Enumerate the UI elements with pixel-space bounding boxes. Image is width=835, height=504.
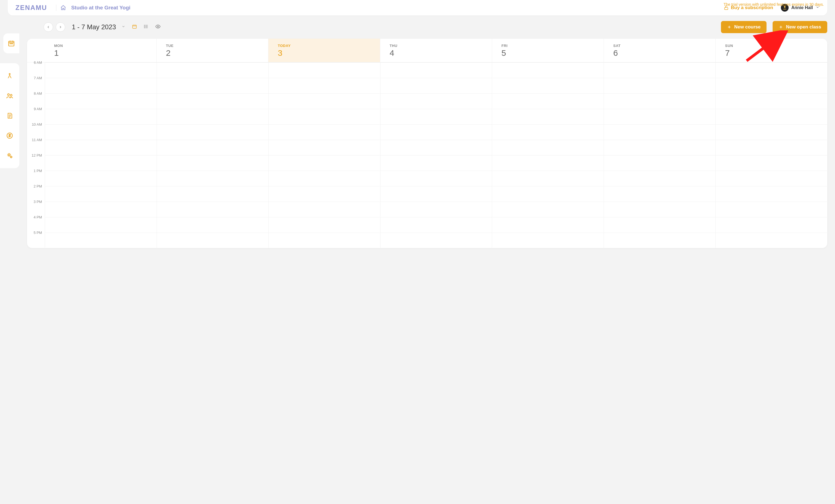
calendar-cell[interactable] xyxy=(492,155,604,171)
calendar-column[interactable] xyxy=(604,62,715,248)
calendar-cell[interactable] xyxy=(45,233,157,248)
calendar-cell[interactable] xyxy=(381,155,492,171)
day-header[interactable]: TUE2 xyxy=(156,39,268,62)
calendar-cell[interactable] xyxy=(492,171,604,186)
calendar-cell[interactable] xyxy=(157,171,268,186)
calendar-cell[interactable] xyxy=(157,202,268,217)
calendar-cell[interactable] xyxy=(269,155,380,171)
sidebar-item-calendar[interactable] xyxy=(3,34,19,53)
day-header[interactable]: TODAY3 xyxy=(268,39,380,62)
calendar-cell[interactable] xyxy=(381,93,492,109)
calendar-cell[interactable] xyxy=(269,124,380,140)
calendar-cell[interactable] xyxy=(716,78,827,93)
calendar-cell[interactable] xyxy=(604,171,715,186)
sidebar-item-settings[interactable] xyxy=(5,150,15,160)
calendar-cell[interactable] xyxy=(157,78,268,93)
calendar-cell[interactable] xyxy=(604,62,715,78)
calendar-cell[interactable] xyxy=(157,217,268,233)
calendar-cell[interactable] xyxy=(269,140,380,155)
calendar-cell[interactable] xyxy=(492,109,604,124)
calendar-cell[interactable] xyxy=(45,186,157,202)
new-open-class-button[interactable]: New open class xyxy=(773,21,827,33)
calendar-cell[interactable] xyxy=(381,217,492,233)
sidebar-item-people[interactable] xyxy=(5,91,15,101)
calendar-cell[interactable] xyxy=(45,93,157,109)
calendar-cell[interactable] xyxy=(157,140,268,155)
calendar-column[interactable] xyxy=(380,62,492,248)
calendar-column[interactable] xyxy=(492,62,604,248)
calendar-cell[interactable] xyxy=(716,62,827,78)
calendar-cell[interactable] xyxy=(381,140,492,155)
calendar-cell[interactable] xyxy=(45,155,157,171)
sidebar-item-yoga[interactable] xyxy=(5,71,15,81)
calendar-cell[interactable] xyxy=(45,171,157,186)
calendar-cell[interactable] xyxy=(269,62,380,78)
calendar-cell[interactable] xyxy=(157,186,268,202)
calendar-cell[interactable] xyxy=(381,124,492,140)
calendar-cell[interactable] xyxy=(492,140,604,155)
list-view-button[interactable] xyxy=(144,24,148,31)
calendar-cell[interactable] xyxy=(604,140,715,155)
calendar-cell[interactable] xyxy=(716,171,827,186)
calendar-cell[interactable] xyxy=(45,217,157,233)
calendar-cell[interactable] xyxy=(45,124,157,140)
calendar-cell[interactable] xyxy=(269,202,380,217)
day-header[interactable]: MON1 xyxy=(45,39,156,62)
calendar-column[interactable] xyxy=(715,62,827,248)
calendar-cell[interactable] xyxy=(269,78,380,93)
calendar-cell[interactable] xyxy=(45,140,157,155)
calendar-cell[interactable] xyxy=(157,93,268,109)
calendar-cell[interactable] xyxy=(381,202,492,217)
calendar-cell[interactable] xyxy=(716,186,827,202)
calendar-cell[interactable] xyxy=(45,109,157,124)
day-header[interactable]: THU4 xyxy=(380,39,492,62)
calendar-cell[interactable] xyxy=(381,109,492,124)
prev-week-button[interactable] xyxy=(44,22,53,32)
calendar-cell[interactable] xyxy=(604,78,715,93)
calendar-cell[interactable] xyxy=(492,93,604,109)
calendar-cell[interactable] xyxy=(604,93,715,109)
calendar-cell[interactable] xyxy=(381,62,492,78)
calendar-cell[interactable] xyxy=(492,233,604,248)
calendar-cell[interactable] xyxy=(492,62,604,78)
studio-name[interactable]: Studio at the Great Yogi xyxy=(71,5,130,11)
calendar-cell[interactable] xyxy=(269,93,380,109)
calendar-cell[interactable] xyxy=(716,93,827,109)
day-header[interactable]: SAT6 xyxy=(604,39,715,62)
day-header[interactable]: SUN7 xyxy=(715,39,827,62)
calendar-cell[interactable] xyxy=(157,233,268,248)
calendar-column[interactable] xyxy=(268,62,380,248)
calendar-column[interactable] xyxy=(45,62,157,248)
calendar-cell[interactable] xyxy=(381,233,492,248)
calendar-cell[interactable] xyxy=(269,171,380,186)
date-range-dropdown[interactable] xyxy=(122,25,125,29)
home-icon[interactable] xyxy=(60,5,66,11)
calendar-cell[interactable] xyxy=(492,186,604,202)
calendar-cell[interactable] xyxy=(492,124,604,140)
calendar-cell[interactable] xyxy=(604,109,715,124)
calendar-cell[interactable] xyxy=(604,186,715,202)
calendar-cell[interactable] xyxy=(716,202,827,217)
calendar-cell[interactable] xyxy=(492,78,604,93)
calendar-view-button[interactable] xyxy=(132,24,137,31)
calendar-cell[interactable] xyxy=(716,140,827,155)
calendar-cell[interactable] xyxy=(492,217,604,233)
visibility-button[interactable] xyxy=(155,24,161,31)
calendar-cell[interactable] xyxy=(157,109,268,124)
calendar-cell[interactable] xyxy=(381,171,492,186)
calendar-cell[interactable] xyxy=(492,202,604,217)
new-course-button[interactable]: New course xyxy=(721,21,767,33)
calendar-cell[interactable] xyxy=(157,124,268,140)
calendar-cell[interactable] xyxy=(716,217,827,233)
calendar-column[interactable] xyxy=(157,62,268,248)
next-week-button[interactable] xyxy=(56,22,65,32)
calendar-cell[interactable] xyxy=(716,109,827,124)
calendar-cell[interactable] xyxy=(604,217,715,233)
calendar-cell[interactable] xyxy=(45,62,157,78)
sidebar-item-money[interactable] xyxy=(5,130,15,141)
day-header[interactable]: FRI5 xyxy=(492,39,604,62)
calendar-cell[interactable] xyxy=(716,155,827,171)
calendar-cell[interactable] xyxy=(381,78,492,93)
calendar-cell[interactable] xyxy=(269,217,380,233)
date-range[interactable]: 1 - 7 May 2023 xyxy=(72,23,116,31)
